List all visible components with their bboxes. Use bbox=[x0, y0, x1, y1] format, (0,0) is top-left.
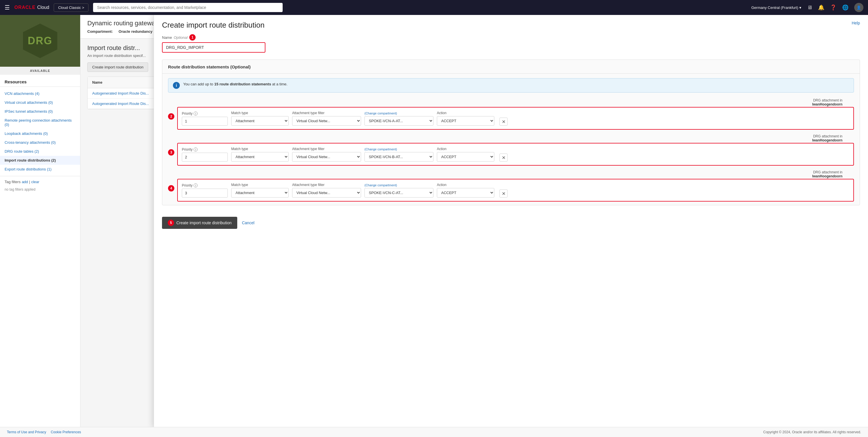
left-sidebar: DRG AVAILABLE Resources VCN attachments … bbox=[0, 15, 81, 437]
terms-link[interactable]: Terms of Use and Privacy bbox=[7, 430, 46, 434]
attachment-select-1[interactable]: SPOKE-VCN-A-AT... bbox=[365, 116, 433, 126]
priority-input-1[interactable] bbox=[182, 117, 228, 126]
user-avatar[interactable]: 👤 bbox=[854, 3, 863, 12]
sidebar-item-import-route-dist[interactable]: Import route distributions (2) bbox=[0, 156, 80, 165]
change-compartment-link-2[interactable]: (Change compartment) bbox=[365, 147, 397, 151]
hamburger-menu-icon[interactable]: ☰ bbox=[5, 4, 10, 11]
statement-3-row: 4 Priority i Match type bbox=[168, 179, 854, 202]
resources-header: Resources bbox=[0, 75, 80, 87]
att-type-select-2[interactable]: Virtual Cloud Netw... DRG attachment bbox=[292, 152, 361, 162]
footer: Terms of Use and Privacy Cookie Preferen… bbox=[0, 427, 868, 437]
match-type-select-2[interactable]: Attachment Match All bbox=[231, 152, 289, 162]
sidebar-item-virtual-circuit[interactable]: Virtual circuit attachments (0) bbox=[0, 98, 80, 107]
remove-statement-2-button[interactable]: ✕ bbox=[499, 153, 507, 162]
sidebar-item-loopback[interactable]: Loopback attachments (0) bbox=[0, 129, 80, 138]
statement-3-card: Priority i Match type Attachment Match A… bbox=[177, 179, 854, 202]
attachment-field-3: (Change compartment) SPOKE-VCN-C-AT... bbox=[365, 183, 433, 198]
priority-label-2: Priority i bbox=[182, 147, 228, 151]
action-field-3: Action ACCEPT bbox=[437, 183, 494, 198]
attachment-label-3: (Change compartment) bbox=[365, 183, 433, 187]
region-label: Germany Central (Frankfurt) bbox=[751, 5, 798, 10]
match-type-field-3: Match type Attachment Match All bbox=[231, 183, 289, 198]
help-link[interactable]: Help bbox=[851, 21, 860, 25]
statement-2-fields: Priority i Match type Attachment Match A… bbox=[182, 147, 849, 162]
clear-tag-filter-link[interactable]: clear bbox=[31, 180, 39, 184]
copyright-text: Copyright © 2024, Oracle and/or its affi… bbox=[763, 430, 861, 434]
sidebar-item-remote-peering[interactable]: Remote peering connection attachments (0… bbox=[0, 116, 80, 129]
priority-input-3[interactable] bbox=[182, 188, 228, 198]
priority-info-icon-2[interactable]: i bbox=[194, 147, 197, 151]
statement-2-row: 3 Priority i Match type bbox=[168, 143, 854, 166]
priority-input-2[interactable] bbox=[182, 153, 228, 162]
att-type-field-3: Attachment type filter Virtual Cloud Net… bbox=[292, 183, 361, 198]
compartment-label: Compartment: bbox=[87, 29, 113, 34]
statement-2-badge: 3 bbox=[168, 149, 174, 155]
att-type-field-2: Attachment type filter Virtual Cloud Net… bbox=[292, 147, 361, 162]
attachment-field-1: (Change compartment) SPOKE-VCN-A-AT... bbox=[365, 111, 433, 126]
create-import-route-modal: Create import route distribution Help Na… bbox=[154, 15, 868, 428]
chevron-down-icon: ▾ bbox=[799, 5, 801, 10]
cancel-button[interactable]: Cancel bbox=[242, 221, 254, 225]
create-button-label: Create import route distribution bbox=[176, 221, 231, 225]
remove-statement-3-button[interactable]: ✕ bbox=[499, 190, 507, 198]
att-type-select-3[interactable]: Virtual Cloud Netw... DRG attachment bbox=[292, 188, 361, 198]
submit-create-button[interactable]: 5 Create import route distribution bbox=[162, 217, 237, 229]
global-search-input[interactable] bbox=[93, 3, 283, 12]
match-type-field-2: Match type Attachment Match All bbox=[231, 147, 289, 162]
action-select-1[interactable]: ACCEPT bbox=[437, 116, 494, 126]
modal-actions: 5 Create import route distribution Cance… bbox=[154, 212, 868, 236]
oracle-logo: ORACLE Cloud bbox=[14, 5, 49, 10]
statement-3-outer: DRG attachment in IwanHoogendoorn 4 Prio… bbox=[162, 169, 860, 205]
statement-1-badge: 2 bbox=[168, 113, 174, 120]
drg-logo-area: DRG bbox=[0, 15, 80, 67]
priority-info-icon-3[interactable]: i bbox=[194, 183, 197, 187]
attachment-select-3[interactable]: SPOKE-VCN-C-AT... bbox=[365, 188, 433, 198]
globe-icon[interactable]: 🌐 bbox=[842, 4, 848, 11]
match-type-select-1[interactable]: Attachment Match All bbox=[231, 116, 289, 126]
info-icon: i bbox=[173, 82, 180, 89]
name-input[interactable] bbox=[162, 42, 266, 53]
cookie-prefs-link[interactable]: Cookie Preferences bbox=[51, 430, 81, 434]
sidebar-item-export-route-dist[interactable]: Export route distributions (1) bbox=[0, 165, 80, 174]
sidebar-item-cross-tenancy[interactable]: Cross-tenancy attachments (0) bbox=[0, 138, 80, 147]
sidebar-item-vcn[interactable]: VCN attachments (4) bbox=[0, 89, 80, 98]
add-tag-filter-link[interactable]: add bbox=[22, 180, 28, 184]
action-select-3[interactable]: ACCEPT bbox=[437, 188, 494, 198]
oracle-logo-text: ORACLE bbox=[14, 5, 36, 10]
change-compartment-link-3[interactable]: (Change compartment) bbox=[365, 183, 397, 187]
route-dist-link-1[interactable]: Autogenerated Import Route Dis... bbox=[92, 91, 149, 95]
region-selector[interactable]: Germany Central (Frankfurt) ▾ bbox=[751, 5, 801, 10]
sidebar-item-drg-route-tables[interactable]: DRG route tables (2) bbox=[0, 147, 80, 156]
footer-left: Terms of Use and Privacy Cookie Preferen… bbox=[7, 430, 81, 434]
change-compartment-link-1[interactable]: (Change compartment) bbox=[365, 112, 397, 115]
create-step-badge: 5 bbox=[168, 220, 174, 226]
tag-filters-label: Tag filters bbox=[5, 180, 21, 184]
attachment-select-2[interactable]: SPOKE-VCN-B-AT... bbox=[365, 152, 433, 162]
rds-section: Route distribution statements (Optional)… bbox=[162, 59, 860, 205]
match-type-label-3: Match type bbox=[231, 183, 289, 187]
sidebar-item-ipsec[interactable]: IPSec tunnel attachments (0) bbox=[0, 107, 80, 116]
route-dist-link-2[interactable]: Autogenerated Import Route Dis... bbox=[92, 101, 149, 106]
priority-field-2: Priority i bbox=[182, 147, 228, 162]
cloud-classic-button[interactable]: Cloud Classic > bbox=[54, 3, 89, 12]
action-label-3: Action bbox=[437, 183, 494, 187]
action-label-1: Action bbox=[437, 111, 494, 115]
create-import-route-dist-button[interactable]: Create import route distribution bbox=[87, 62, 148, 72]
help-icon[interactable]: ❓ bbox=[830, 4, 836, 11]
statement-1-row: 2 Priority i Match type bbox=[168, 107, 854, 130]
oracle-cloud-text: Cloud bbox=[37, 5, 50, 10]
statement-1-fields: Priority i Match type Attachment Match A… bbox=[182, 111, 849, 126]
bell-icon[interactable]: 🔔 bbox=[818, 4, 824, 11]
match-type-field-1: Match type Attachment Match All bbox=[231, 111, 289, 126]
action-select-2[interactable]: ACCEPT bbox=[437, 152, 494, 162]
priority-label-3: Priority i bbox=[182, 183, 228, 187]
match-type-label-2: Match type bbox=[231, 147, 289, 151]
priority-info-icon-1[interactable]: i bbox=[194, 112, 197, 116]
monitor-icon[interactable]: 🖥 bbox=[807, 5, 812, 11]
modal-header: Create import route distribution Help bbox=[154, 15, 868, 34]
remove-statement-1-button[interactable]: ✕ bbox=[499, 118, 507, 126]
att-type-select-1[interactable]: Virtual Cloud Netw... DRG attachment bbox=[292, 116, 361, 126]
no-tag-applied-label: no tag filters applied bbox=[0, 187, 80, 194]
match-type-select-3[interactable]: Attachment Match All bbox=[231, 188, 289, 198]
name-field-section: Name Optional 1 bbox=[154, 34, 868, 59]
